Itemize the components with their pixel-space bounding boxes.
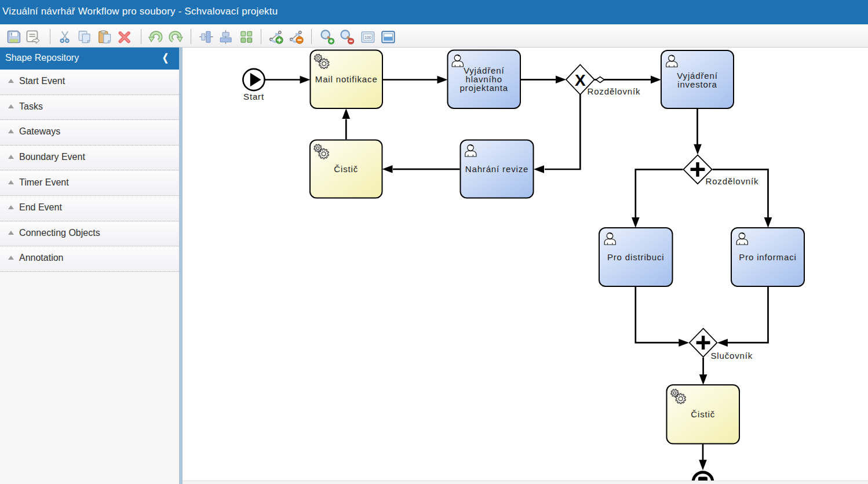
svg-text:Mail notifikace: Mail notifikace	[315, 74, 378, 84]
svg-text:Slučovník: Slučovník	[711, 351, 753, 361]
svg-text:projektanta: projektanta	[459, 83, 508, 93]
svg-text:100: 100	[364, 35, 371, 39]
svg-text:X: X	[575, 71, 586, 89]
svg-text:Čistič: Čistič	[691, 409, 715, 419]
svg-text:Start: Start	[243, 92, 264, 101]
svg-text:Čistič: Čistič	[334, 164, 358, 174]
svg-text:Rozdělovník: Rozdělovník	[588, 86, 641, 96]
svg-text:Rozdělovník: Rozdělovník	[706, 176, 759, 186]
svg-text:investora: investora	[677, 79, 717, 89]
svg-text:Pro informaci: Pro informaci	[739, 252, 796, 262]
svg-text:Pro distribuci: Pro distribuci	[607, 252, 665, 262]
svg-text:Nahrání revize: Nahrání revize	[465, 164, 528, 174]
